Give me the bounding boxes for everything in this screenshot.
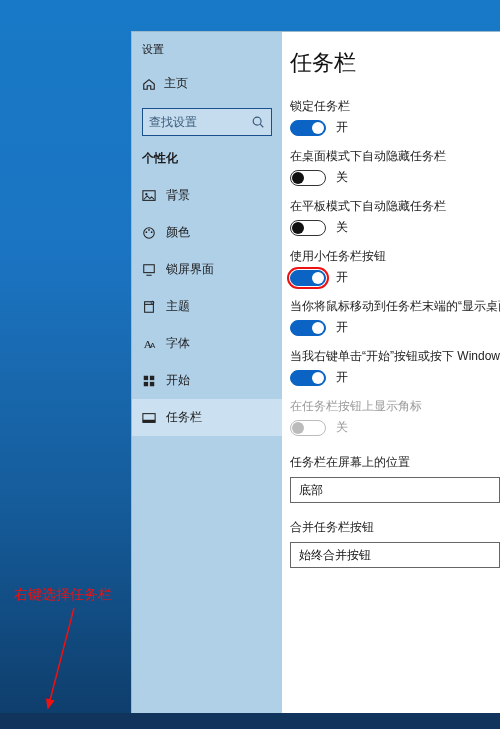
svg-rect-10: [144, 264, 155, 272]
toggle-state: 开: [336, 369, 348, 386]
svg-rect-19: [150, 381, 154, 385]
sidebar-item-start[interactable]: 开始: [132, 362, 282, 399]
position-select[interactable]: 底部: [290, 477, 500, 503]
search-icon: [251, 115, 265, 129]
option-label: 当你将鼠标移动到任务栏末端的“显示桌面”按钮时，使用“速览”预览桌面: [290, 298, 500, 315]
desktop-taskbar[interactable]: [0, 713, 500, 729]
sidebar-item-label: 锁屏界面: [166, 261, 214, 278]
content-pane: 任务栏 锁定任务栏开在桌面模式下自动隐藏任务栏关在平板模式下自动隐藏任务栏关使用…: [282, 32, 500, 713]
sidebar-item-taskbar[interactable]: 任务栏: [132, 399, 282, 436]
option-label: 在平板模式下自动隐藏任务栏: [290, 198, 500, 215]
sidebar-item-label: 颜色: [166, 224, 190, 241]
toggle-state: 关: [336, 169, 348, 186]
svg-point-5: [145, 193, 147, 195]
svg-line-1: [48, 608, 74, 708]
option-label: 在桌面模式下自动隐藏任务栏: [290, 148, 500, 165]
settings-window: 设置 主页 查找设置 个性化 背景颜色锁屏界面主题AA字体开始任务栏 任务栏 锁…: [132, 32, 500, 713]
option-0: 锁定任务栏开: [290, 98, 500, 136]
svg-point-9: [151, 231, 153, 233]
toggle-state: 关: [336, 419, 348, 436]
option-3: 使用小任务栏按钮开: [290, 248, 500, 286]
combine-label: 合并任务栏按钮: [290, 519, 500, 536]
app-title: 设置: [132, 38, 282, 67]
svg-point-2: [253, 117, 261, 125]
option-4: 当你将鼠标移动到任务栏末端的“显示桌面”按钮时，使用“速览”预览桌面开: [290, 298, 500, 336]
combine-select[interactable]: 始终合并按钮: [290, 542, 500, 568]
toggle[interactable]: [290, 220, 326, 236]
toggle-state: 关: [336, 219, 348, 236]
toggle[interactable]: [290, 370, 326, 386]
svg-rect-16: [144, 375, 148, 379]
option-1: 在桌面模式下自动隐藏任务栏关: [290, 148, 500, 186]
toggle[interactable]: [290, 320, 326, 336]
theme-icon: [142, 300, 156, 314]
toggle-state: 开: [336, 269, 348, 286]
taskbar-icon: [142, 411, 156, 425]
svg-point-7: [146, 231, 148, 233]
toggle[interactable]: [290, 170, 326, 186]
svg-point-8: [148, 229, 150, 231]
sidebar-category: 个性化: [132, 150, 282, 177]
sidebar-home[interactable]: 主页: [132, 67, 282, 100]
toggle: [290, 420, 326, 436]
font-icon: AA: [142, 337, 156, 351]
start-icon: [142, 374, 156, 388]
toggle-state: 开: [336, 319, 348, 336]
sidebar-home-label: 主页: [164, 75, 188, 92]
search-placeholder: 查找设置: [149, 114, 197, 131]
svg-rect-12: [145, 301, 154, 312]
toggle[interactable]: [290, 120, 326, 136]
svg-line-3: [260, 124, 263, 127]
sidebar-item-label: 主题: [166, 298, 190, 315]
home-icon: [142, 77, 156, 91]
palette-icon: [142, 226, 156, 240]
svg-rect-18: [144, 381, 148, 385]
combine-section: 合并任务栏按钮 始终合并按钮: [290, 519, 500, 568]
toggle-state: 开: [336, 119, 348, 136]
svg-rect-17: [150, 375, 154, 379]
search-input[interactable]: 查找设置: [142, 108, 272, 136]
option-label: 当我右键单击“开始”按钮或按下 Windows 键+X 时，在菜单中将命令提示符…: [290, 348, 500, 365]
sidebar-item-label: 任务栏: [166, 409, 202, 426]
sidebar-item-picture[interactable]: 背景: [132, 177, 282, 214]
option-5: 当我右键单击“开始”按钮或按下 Windows 键+X 时，在菜单中将命令提示符…: [290, 348, 500, 386]
option-label: 在任务栏按钮上显示角标: [290, 398, 500, 415]
annotation-text: 右键选择任务栏: [14, 586, 112, 604]
svg-rect-21: [143, 419, 155, 422]
option-2: 在平板模式下自动隐藏任务栏关: [290, 198, 500, 236]
option-6: 在任务栏按钮上显示角标关: [290, 398, 500, 436]
svg-text:A: A: [150, 341, 156, 350]
sidebar: 设置 主页 查找设置 个性化 背景颜色锁屏界面主题AA字体开始任务栏: [132, 32, 282, 713]
annotation-arrow-2: [44, 608, 124, 720]
page-title: 任务栏: [290, 48, 500, 78]
sidebar-item-theme[interactable]: 主题: [132, 288, 282, 325]
toggle[interactable]: [290, 270, 326, 286]
sidebar-item-screen[interactable]: 锁屏界面: [132, 251, 282, 288]
position-label: 任务栏在屏幕上的位置: [290, 454, 500, 471]
sidebar-item-font[interactable]: AA字体: [132, 325, 282, 362]
screen-icon: [142, 263, 156, 277]
position-section: 任务栏在屏幕上的位置 底部: [290, 454, 500, 503]
sidebar-item-palette[interactable]: 颜色: [132, 214, 282, 251]
option-label: 使用小任务栏按钮: [290, 248, 500, 265]
option-label: 锁定任务栏: [290, 98, 500, 115]
sidebar-item-label: 字体: [166, 335, 190, 352]
picture-icon: [142, 189, 156, 203]
svg-point-13: [151, 301, 154, 304]
sidebar-item-label: 开始: [166, 372, 190, 389]
sidebar-item-label: 背景: [166, 187, 190, 204]
